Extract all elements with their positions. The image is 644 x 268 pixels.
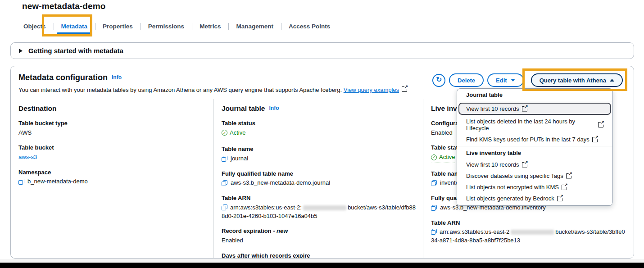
external-link-icon	[522, 106, 527, 112]
copy-icon[interactable]	[18, 179, 24, 185]
redacted-account-id	[511, 230, 554, 235]
journal-arn-label: Table ARN	[222, 194, 416, 202]
menu-group-header-journal: Journal table	[457, 89, 612, 101]
journal-status-value: Active	[230, 129, 245, 137]
tab-metrics[interactable]: Metrics	[192, 19, 228, 34]
menu-item-label: View first 10 records	[466, 105, 519, 112]
copy-icon[interactable]	[431, 205, 437, 211]
edit-button-label: Edit	[496, 77, 507, 84]
tab-objects[interactable]: Objects	[16, 19, 54, 34]
tab-metadata[interactable]: Metadata	[54, 19, 95, 34]
copy-icon[interactable]	[222, 204, 227, 210]
menu-item-label: Find KMS keys used for PUTs in the last …	[466, 136, 590, 143]
inventory-arn-value: arn:aws:s3tables:us-east-2bucket/aws-s3/…	[431, 228, 626, 245]
menu-item[interactable]: View first 10 records	[457, 159, 612, 170]
config-description-text: You can interact with your metadata tabl…	[18, 86, 342, 93]
record-expiration-value: Enabled	[222, 236, 416, 245]
destination-heading: Destination	[18, 104, 206, 113]
page-title: new-metadata-demo	[22, 1, 105, 11]
config-info-link[interactable]: Info	[112, 74, 122, 81]
journal-arn-value: arn:aws:s3tables:us-east-2:bucket/aws-s3…	[222, 204, 416, 221]
tab-permissions[interactable]: Permissions	[141, 19, 192, 34]
refresh-icon: ↻	[436, 76, 442, 83]
view-query-examples-link[interactable]: View query examples	[344, 86, 399, 93]
namespace-label: Namespace	[18, 168, 206, 177]
bottom-strip	[0, 259, 644, 263]
chevron-up-icon	[610, 79, 614, 82]
tab-bar: Objects Metadata Properties Permissions …	[9, 19, 635, 34]
menu-item[interactable]: List objects not encrypted with KMS	[457, 182, 612, 193]
table-bucket-type-value: AWS	[18, 129, 206, 137]
external-link-icon	[557, 196, 562, 201]
external-link-icon	[522, 162, 527, 168]
copy-icon[interactable]	[431, 180, 437, 186]
copy-icon[interactable]	[222, 180, 227, 186]
check-circle-icon	[431, 154, 437, 160]
menu-item[interactable]: Discover datasets using specific Tags	[457, 170, 612, 182]
new-badge-text: new	[277, 227, 288, 234]
journal-heading: Journal table	[222, 104, 265, 112]
inventory-arn-prefix: arn:aws:s3tables:us-east-2	[440, 228, 509, 235]
config-actions: ↻ Delete Edit Query table with Athena	[432, 73, 623, 87]
table-bucket-label: Table bucket	[18, 144, 206, 152]
menu-item[interactable]: View first 10 records	[458, 103, 611, 115]
chevron-down-icon	[511, 79, 515, 82]
external-link-icon	[592, 137, 598, 142]
expand-triangle-icon	[19, 49, 23, 53]
copy-icon[interactable]	[222, 156, 227, 162]
inventory-status-value: Active	[439, 153, 455, 162]
menu-item-label: Discover datasets using specific Tags	[466, 173, 563, 179]
menu-item[interactable]: List objects generated by Bedrock	[457, 193, 612, 204]
record-expiration-label: Record expiration - new	[222, 227, 416, 235]
namespace-value: b_new-metadata-demo	[27, 177, 88, 186]
tab-access-points[interactable]: Access Points	[281, 19, 338, 34]
inventory-status-badge[interactable]: Active	[431, 153, 455, 163]
menu-group-header-inventory: Live inventory table	[457, 147, 612, 159]
external-link-icon	[562, 185, 567, 190]
menu-item-label: List objects not encrypted with KMS	[466, 184, 559, 191]
journal-status-badge[interactable]: Active	[222, 129, 245, 139]
menu-item[interactable]: Find KMS keys used for PUTs in the last …	[457, 134, 612, 145]
getting-started-expander[interactable]: Getting started with metadata	[10, 42, 634, 59]
tab-properties[interactable]: Properties	[95, 19, 141, 34]
bottom-black-bar	[0, 263, 644, 268]
external-link-icon	[598, 122, 603, 127]
external-link-icon	[566, 173, 571, 179]
table-bucket-type-label: Table bucket type	[18, 119, 206, 127]
inventory-arn-label: Table ARN	[431, 219, 626, 227]
days-expire-label: Days after which records expire	[222, 252, 416, 259]
journal-fqtn-value: aws-s3.b_new-metadata-demo.journal	[231, 179, 330, 187]
query-table-with-athena-button[interactable]: Query table with Athena	[531, 73, 623, 87]
journal-name-label: Table name	[222, 145, 416, 153]
check-circle-icon	[222, 130, 227, 136]
copy-icon[interactable]	[431, 229, 437, 235]
journal-fqtn-label: Fully qualified table name	[222, 170, 416, 178]
journal-info-link[interactable]: Info	[269, 105, 279, 111]
config-title: Metadata configuration	[18, 73, 108, 82]
delete-button-label: Delete	[458, 77, 475, 84]
query-button-label: Query table with Athena	[540, 77, 606, 84]
table-bucket-link[interactable]: aws-s3	[18, 153, 37, 162]
query-athena-dropdown-menu: Journal table View first 10 records List…	[457, 88, 613, 206]
external-link-icon	[402, 86, 407, 92]
menu-item-label: View first 10 records	[466, 161, 519, 168]
getting-started-label: Getting started with metadata	[28, 47, 123, 55]
tab-management[interactable]: Management	[228, 19, 281, 34]
refresh-button[interactable]: ↻	[432, 74, 445, 87]
journal-table-column: Journal tableInfo Table status Active Ta…	[213, 99, 423, 259]
menu-item-label: List objects generated by Bedrock	[466, 195, 554, 202]
redacted-account-id	[303, 205, 346, 210]
menu-item-label: List objects deleted in the last 24 hour…	[466, 118, 595, 132]
journal-name-value: journal	[231, 154, 248, 163]
destination-column: Destination Table bucket type AWS Table …	[11, 99, 213, 259]
journal-arn-prefix: arn:aws:s3tables:us-east-2:	[230, 204, 302, 211]
menu-item[interactable]: List objects deleted in the last 24 hour…	[457, 116, 612, 134]
journal-status-label: Table status	[222, 119, 416, 127]
delete-button[interactable]: Delete	[449, 73, 484, 87]
edit-button[interactable]: Edit	[487, 73, 524, 87]
